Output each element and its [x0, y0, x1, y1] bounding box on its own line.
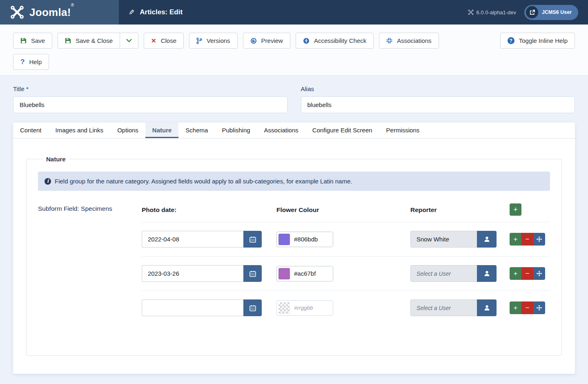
tab-schema[interactable]: Schema: [178, 123, 215, 138]
tab-content[interactable]: Content: [13, 123, 49, 138]
tab-publishing[interactable]: Publishing: [215, 123, 257, 138]
version-label: 6.0.0-alpha1-dev: [468, 9, 516, 16]
calendar-button[interactable]: [243, 265, 262, 282]
colour-swatch: [278, 234, 290, 245]
tab-nature[interactable]: Nature: [145, 123, 179, 138]
external-link-icon: [526, 6, 538, 18]
tab-options[interactable]: Options: [110, 123, 145, 138]
tab-permissions[interactable]: Permissions: [379, 123, 427, 138]
specimen-row: #ac67bf: [142, 257, 550, 291]
tab-associations[interactable]: Associations: [257, 123, 305, 138]
row-add-button[interactable]: +: [510, 301, 521, 314]
chevron-down-icon: [126, 39, 132, 42]
main-content: Title * Alias Content Images and Links O…: [0, 76, 588, 374]
question-circle-icon: ?: [508, 37, 514, 44]
colour-hex-value: #ac67bf: [294, 270, 316, 277]
info-alert-text: Field group for the nature category. Ass…: [55, 178, 352, 185]
nature-legend: Nature: [43, 156, 69, 163]
row-move-button[interactable]: [533, 267, 545, 280]
flower-colour-input[interactable]: #rrggbb: [276, 300, 333, 316]
save-close-group: Save & Close: [58, 33, 138, 49]
brand-wordmark: Joomla!®: [29, 6, 74, 19]
move-arrows-icon: [536, 305, 542, 311]
user-icon: [483, 236, 490, 243]
joomla-logo-icon: [10, 5, 24, 19]
close-x-icon: ✕: [151, 37, 156, 45]
colour-swatch-empty: [278, 302, 290, 314]
code-branch-icon: [196, 38, 202, 44]
subform-header-row: Photo date: Flower Colour Reporter +: [142, 203, 550, 222]
save-floppy-icon: [65, 38, 71, 44]
flower-colour-input[interactable]: #806bdb: [276, 232, 333, 247]
select-user-button[interactable]: [477, 299, 497, 316]
eye-icon: [250, 38, 257, 44]
column-header-photo-date: Photo date:: [142, 203, 276, 214]
reporter-input[interactable]: [410, 299, 477, 316]
colour-hex-value: #806bdb: [294, 236, 318, 243]
photo-date-input[interactable]: [142, 299, 243, 316]
subform-field-label: Subform Field: Specimens: [38, 203, 142, 325]
toolbar: Save Save & Close ✕ Close: [0, 25, 588, 76]
tab-images-and-links[interactable]: Images and Links: [49, 123, 111, 138]
row-remove-button[interactable]: −: [521, 267, 533, 280]
save-and-close-button[interactable]: Save & Close: [58, 33, 120, 49]
flower-colour-input[interactable]: #ac67bf: [276, 266, 333, 281]
associations-button[interactable]: Associations: [379, 33, 439, 49]
specimen-row: #rrggbb: [142, 291, 550, 325]
info-icon: i: [45, 178, 51, 185]
move-arrows-icon: [536, 236, 542, 242]
compress-arrows-icon: [386, 38, 392, 44]
user-name-label: JCMS6 User: [542, 9, 572, 15]
tab-bar: Content Images and Links Options Nature …: [13, 123, 575, 138]
row-add-button[interactable]: +: [510, 233, 521, 246]
alias-label: Alias: [301, 85, 575, 92]
alias-input[interactable]: [301, 96, 575, 113]
photo-date-input[interactable]: [142, 231, 243, 248]
row-remove-button[interactable]: −: [521, 301, 533, 314]
toggle-inline-help-button[interactable]: ? Toggle Inline Help: [500, 33, 575, 49]
row-remove-button[interactable]: −: [521, 233, 533, 246]
user-menu-button[interactable]: JCMS6 User: [524, 5, 578, 20]
save-button[interactable]: Save: [13, 33, 52, 49]
row-move-button[interactable]: [533, 301, 545, 314]
save-floppy-icon: [20, 38, 27, 44]
calendar-icon: [249, 305, 256, 311]
reporter-input[interactable]: [410, 231, 477, 248]
calendar-button[interactable]: [243, 299, 262, 316]
help-button[interactable]: ? Help: [13, 54, 49, 70]
title-input[interactable]: [13, 96, 287, 113]
photo-date-input[interactable]: [142, 265, 243, 282]
edit-pencil-icon: ✎: [129, 8, 134, 17]
select-user-button[interactable]: [477, 231, 497, 248]
question-icon: ?: [20, 58, 24, 66]
specimens-subform: Subform Field: Specimens Photo date: Flo…: [38, 203, 550, 325]
calendar-button[interactable]: [243, 231, 262, 248]
column-header-flower-colour: Flower Colour: [276, 203, 410, 214]
tab-configure-edit-screen[interactable]: Configure Edit Screen: [305, 123, 379, 138]
user-icon: [483, 270, 490, 277]
calendar-icon: [249, 270, 256, 277]
row-add-button[interactable]: +: [510, 267, 521, 280]
reporter-input[interactable]: [410, 265, 477, 282]
versions-button[interactable]: Versions: [189, 33, 238, 49]
colour-swatch: [278, 268, 290, 279]
info-alert: i Field group for the nature category. A…: [38, 172, 550, 191]
close-button[interactable]: ✕ Close: [144, 33, 184, 49]
preview-button[interactable]: Preview: [243, 33, 290, 49]
colour-placeholder: #rrggbb: [294, 305, 313, 311]
save-options-caret-button[interactable]: [120, 33, 138, 49]
joomla-brand: Joomla!®: [0, 0, 119, 25]
app-header: Joomla!® ✎ Articles: Edit 6.0.0-alpha1-d…: [0, 0, 588, 25]
add-row-button[interactable]: +: [510, 203, 521, 216]
edit-card: Content Images and Links Options Nature …: [13, 123, 575, 374]
universal-access-icon: [303, 38, 310, 44]
title-label: Title *: [13, 85, 287, 92]
specimen-row: #806bdb: [142, 222, 550, 257]
accessibility-check-button[interactable]: Accessibility Check: [296, 33, 374, 49]
row-move-button[interactable]: [533, 233, 545, 246]
select-user-button[interactable]: [477, 265, 497, 282]
calendar-icon: [249, 236, 256, 243]
nature-fieldset: Nature i Field group for the nature cate…: [26, 156, 562, 356]
user-icon: [483, 304, 490, 311]
header-bar: ✎ Articles: Edit 6.0.0-alpha1-dev J: [119, 0, 588, 25]
